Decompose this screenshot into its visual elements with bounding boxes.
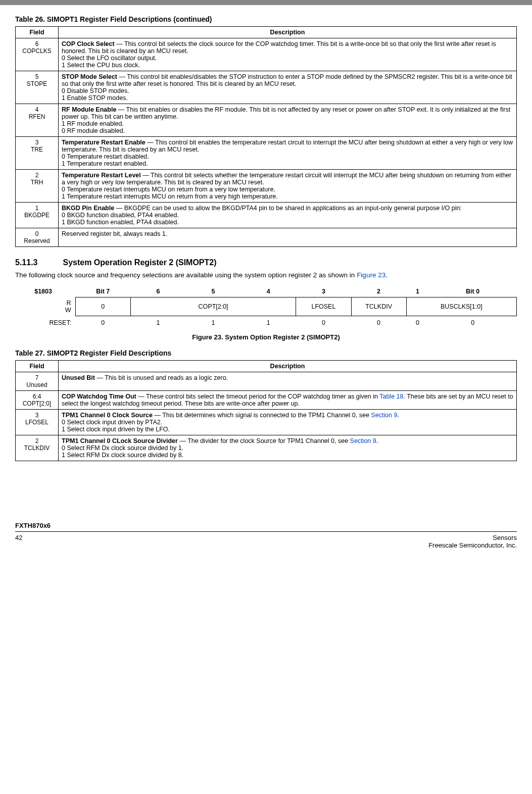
- field-bit: 6:4: [19, 393, 55, 400]
- field-cell: 5STOPE: [16, 71, 59, 104]
- desc-opt1: 0 RF module disabled.: [62, 127, 125, 134]
- field-bit: 1: [19, 205, 55, 212]
- desc-text: — This bit enables or disables the RF mo…: [62, 106, 510, 120]
- desc-opt1: 1 Temperature restart enabled.: [62, 160, 148, 167]
- field-bit: 7: [19, 374, 55, 381]
- field-name: LFOSEL: [19, 419, 55, 426]
- desc-title: COP Clock Select: [62, 40, 115, 47]
- desc-title: TPM1 Channel 0 Clock Source: [62, 412, 153, 419]
- r-label: R: [67, 300, 71, 307]
- field-cell: 4RFEN: [16, 104, 59, 137]
- desc-text: — BKGDPE can be used to allow the BKGD/P…: [114, 205, 462, 212]
- desc-text: — The divider for the clock Source for T…: [178, 437, 350, 444]
- section-paragraph: The following clock source and frequency…: [15, 271, 517, 279]
- table26-title: Table 26. SIMOPT1 Register Field Descrip…: [15, 15, 517, 23]
- desc-cell: Reserved register bit, always reads 1.: [59, 228, 517, 247]
- table-row: 4RFENRF Module Enable — This bit enables…: [16, 104, 517, 137]
- desc-link[interactable]: Table 18: [379, 393, 403, 400]
- footer-device: FXTH870x6: [15, 522, 517, 529]
- field-cell: 3LFOSEL: [16, 410, 59, 435]
- field-bit: 2: [19, 172, 55, 179]
- table-row: 6:4COPT[2:0]COP Watchdog Time Out — Thes…: [16, 391, 517, 410]
- field-name: Unused: [19, 381, 55, 388]
- reset-bit3: 0: [296, 316, 351, 329]
- desc-opt1: 1 Select the CPU bus clock.: [62, 62, 140, 69]
- reset-bit0: 0: [429, 316, 517, 329]
- reset-bit6: 1: [130, 316, 185, 329]
- desc-opt1: 1 Enable STOP modes.: [62, 94, 128, 102]
- table27-head-desc: Description: [59, 361, 517, 372]
- desc-cell: TPM1 Channel 0 Clock Source — This bit d…: [59, 410, 517, 435]
- bitdiag-cell-busclks: BUSCLKS[1:0]: [406, 297, 516, 316]
- bit-header-1: 1: [406, 286, 429, 297]
- field-bit: 3: [19, 412, 55, 419]
- table26: Field Description 6COPCLKSCOP Clock Sele…: [15, 26, 517, 247]
- figure23-link[interactable]: Figure 23: [357, 271, 385, 279]
- field-name: COPT[2:0]: [19, 400, 55, 407]
- desc-opt0: 1 RF module enabled.: [62, 120, 124, 127]
- figure23-caption: Figure 23. System Option Register 2 (SIM…: [15, 333, 517, 341]
- desc-cell: BKGD Pin Enable — BKGDPE can be used to …: [59, 203, 517, 228]
- bitdiag-cell-copt: COPT[2:0]: [130, 297, 296, 316]
- bit-header-4: 4: [241, 286, 296, 297]
- desc-text: — This bit is unused and reads as a logi…: [95, 374, 228, 381]
- bit-header-0: Bit 0: [429, 286, 517, 297]
- desc-cell: Temperature Restart Enable — This contro…: [59, 137, 517, 170]
- field-cell: 1BKGDPE: [16, 203, 59, 228]
- desc-title: Temperature Restart Enable: [62, 139, 146, 146]
- desc-link[interactable]: Section 9: [350, 437, 376, 444]
- reset-bit7: 0: [75, 316, 130, 329]
- field-bit: 2: [19, 437, 55, 444]
- field-bit: 6: [19, 40, 55, 47]
- desc-text: Reserved register bit, always reads 1.: [62, 230, 167, 237]
- reset-bit2: 0: [351, 316, 406, 329]
- field-cell: 2TCLKDIV: [16, 435, 59, 461]
- table26-head-desc: Description: [59, 27, 517, 38]
- para-text-pre: The following clock source and frequency…: [15, 271, 357, 279]
- desc-opt0: 0 Select RFM Dx clock source divided by …: [62, 444, 183, 452]
- desc-title: Unused Bit: [62, 374, 95, 381]
- field-name: STOPE: [19, 80, 55, 87]
- desc-opt0: 0 Temperature restart interrupts MCU on …: [62, 186, 275, 193]
- desc-opt0: 0 Select the LFO oscillator output.: [62, 55, 157, 62]
- bitdiag-cell-lfosel: LFOSEL: [296, 297, 351, 316]
- desc-cell: Temperature Restart Level — This control…: [59, 170, 517, 203]
- desc-opt0: 0 BKGD function disabled, PTA4 enabled.: [62, 212, 179, 219]
- table-row: 5STOPESTOP Mode Select — This control bi…: [16, 71, 517, 104]
- table-row: 6COPCLKSCOP Clock Select — This control …: [16, 38, 517, 71]
- desc-cell: COP Clock Select — This control bit sele…: [59, 38, 517, 71]
- field-cell: 2TRH: [16, 170, 59, 203]
- reset-bit1: 0: [406, 316, 429, 329]
- desc-link[interactable]: Section 9: [371, 412, 397, 419]
- field-bit: 5: [19, 73, 55, 80]
- bit-header-7: Bit 7: [75, 286, 130, 297]
- reset-bit4: 1: [241, 316, 296, 329]
- desc-opt1: 1 Select clock input driven by the LFO.: [62, 426, 170, 433]
- desc-title: BKGD Pin Enable: [62, 205, 114, 212]
- field-name: TCLKDIV: [19, 444, 55, 452]
- footer-right-line1: Sensors: [493, 534, 517, 541]
- table-row: 3LFOSELTPM1 Channel 0 Clock Source — Thi…: [16, 410, 517, 435]
- desc-cell: Unused Bit — This bit is unused and read…: [59, 372, 517, 391]
- field-cell: 6COPCLKS: [16, 38, 59, 71]
- table27-title: Table 27. SIMOPT2 Register Field Descrip…: [15, 349, 517, 357]
- field-cell: 0Reserved: [16, 228, 59, 247]
- field-cell: 3TRE: [16, 137, 59, 170]
- desc-opt0: 0 Select clock input driven by PTA2.: [62, 419, 162, 426]
- table-row: 3TRETemperature Restart Enable — This co…: [16, 137, 517, 170]
- desc-cell: STOP Mode Select — This control bit enab…: [59, 71, 517, 104]
- field-name: RFEN: [19, 113, 55, 120]
- desc-title: RF Module Enable: [62, 106, 116, 113]
- reset-label: RESET:: [15, 316, 75, 329]
- bit-header-6: 6: [130, 286, 185, 297]
- field-name: TRE: [19, 146, 55, 153]
- desc-text2: .: [376, 437, 378, 444]
- desc-text: — This control bit enables/disables the …: [62, 73, 512, 87]
- field-name: TRH: [19, 179, 55, 186]
- field-name: BKGDPE: [19, 212, 55, 219]
- field-bit: 4: [19, 106, 55, 113]
- bitdiag-cell-bit7: 0: [75, 297, 130, 316]
- desc-text: — This bit determines which signal is co…: [153, 412, 371, 419]
- desc-cell: RF Module Enable — This bit enables or d…: [59, 104, 517, 137]
- desc-title: TPM1 Channel 0 CLock Source Divider: [62, 437, 178, 444]
